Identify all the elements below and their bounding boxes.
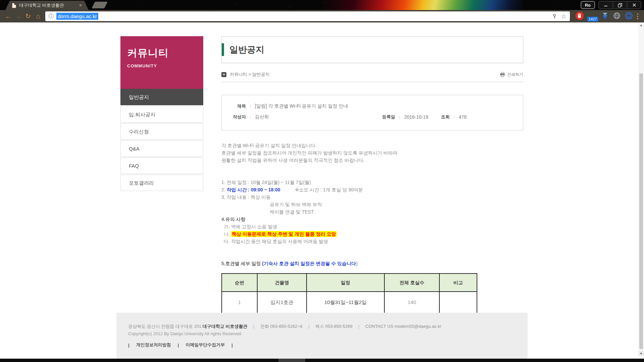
profile-button[interactable]: Ro: [581, 1, 595, 9]
print-label: 인쇄하기: [507, 72, 523, 77]
scroll-down-icon[interactable]: ▼: [638, 351, 644, 356]
privacy-policy-link[interactable]: 개인정보처리방침: [136, 342, 171, 348]
schedule-change-note: 기숙사 호관 설치 일정은 변경될 수 있습니다: [264, 261, 356, 266]
sidebar-title: 커뮤니티: [127, 46, 203, 60]
restore-button[interactable]: [613, 1, 627, 9]
wallpaper-rainbow: [322, 0, 523, 10]
col-remarks: 비고: [439, 274, 477, 292]
main-clip: 커뮤니티 COMMUNITY 일반공지 입.퇴사공지 수리신청 Q&A FAQ …: [0, 22, 644, 313]
sidebar-item-movein-notice[interactable]: 입.퇴사공지: [120, 106, 203, 123]
sidebar-item-qna[interactable]: Q&A: [120, 140, 203, 157]
footer-links: | 개인정보처리방침 | 이메일무단수집거부 |: [128, 342, 528, 348]
body-intro-1: 각 호관별 Wi-Fi 공유기 설치 일정 안내입니다.: [221, 142, 523, 149]
bookmark-star-icon[interactable]: ☆: [561, 13, 567, 20]
close-icon: [632, 3, 636, 7]
body-item-4-title: 4.유의 사항: [221, 216, 523, 223]
body-item-4a: 가. 벽에 고정시 소음 발생: [221, 223, 523, 230]
work-hours-highlight: 작업 시간 : 09:00 ~ 18:00: [227, 187, 280, 192]
home-button[interactable]: ⌂: [33, 10, 43, 22]
back-button[interactable]: ←: [3, 10, 13, 22]
adblock-extension-icon[interactable]: [575, 11, 584, 21]
subject-label: 제목: [231, 103, 246, 109]
body-intro-3: 원활한 설치 작업을 위하여 사생 여러분들의 적극적인 협조 바랍니다.: [221, 157, 523, 164]
browser-toolbar: ← → ↻ ⌂ ⓘ dorm.daegu.ac.kr ☆ 1427: [0, 10, 644, 22]
body-item-4b: 나. 책상 이동문제로 책상 주변 및 개인 물품 정리 요망: [221, 230, 523, 238]
footer-tel: 전화 053-850-5262~8: [260, 324, 302, 329]
notice-subject: [알림] 각 호관별 Wi-Fi 공유기 설치 일정 안내: [255, 103, 348, 109]
date-label: 등록일: [382, 114, 395, 120]
yellow-highlight-warning: 책상 이동문제로 책상 주변 및 개인 물품 정리 요망: [231, 231, 337, 237]
body-item-4c: 다. 작업시간 동안 해당 호실의 사용에 어려움 발생: [221, 238, 523, 245]
body-item-2: 2. 작업 시간 : 09:00 ~ 18:00※소요 시간 : 1개 호실 당…: [221, 186, 523, 193]
scrollbar-thumb[interactable]: [639, 73, 643, 349]
close-button[interactable]: [627, 1, 641, 9]
notice-meta-box: 제목 | [알림] 각 호관별 Wi-Fi 공유기 설치 일정 안내 작성자 |…: [221, 95, 523, 130]
author-label: 작성자: [231, 114, 246, 120]
sidebar: 커뮤니티 COMMUNITY 일반공지 입.퇴사공지 수리신청 Q&A FAQ …: [120, 36, 203, 313]
schedule-table: 순번 건물명 일정 전체 호실수 비고 1 입지1호관 10월31일~11월2일…: [221, 273, 477, 313]
body-item-1: 1. 전체 일정 : 10월 24일(월) ~ 11월 7일(월): [221, 179, 523, 186]
col-building: 건물명: [257, 274, 307, 292]
footer-contact-label: CONTACT US: [365, 324, 393, 329]
breadcrumb-row: H 커뮤니티 > 일반공지 인쇄하기: [221, 71, 523, 82]
minimize-icon: [604, 3, 608, 7]
breadcrumb-home-icon[interactable]: H: [221, 72, 226, 77]
sidebar-header: 커뮤니티 COMMUNITY: [120, 36, 203, 89]
reload-button[interactable]: ↻: [23, 10, 33, 22]
sidebar-item-photo-gallery[interactable]: 포토갤러리: [120, 175, 203, 191]
body-item-3: 3. 작업 내용 : 책상 이동: [221, 193, 523, 201]
browser-titlebar: 대구대학교 비호생활관 × Ro: [0, 0, 644, 10]
page-viewport: 커뮤니티 COMMUNITY 일반공지 입.퇴사공지 수리신청 Q&A FAQ …: [0, 22, 644, 362]
print-button[interactable]: 인쇄하기: [500, 72, 523, 77]
page-title: 일반공지: [229, 44, 264, 56]
printer-icon: [500, 72, 505, 77]
address-bar[interactable]: ⓘ dorm.daegu.ac.kr ☆: [45, 11, 570, 21]
swirl-extension-icon[interactable]: [625, 12, 633, 21]
browser-tab[interactable]: 대구대학교 비호생활관 ×: [5, 1, 89, 10]
scroll-up-icon[interactable]: ▲: [638, 22, 644, 28]
new-tab-button[interactable]: [92, 2, 108, 8]
footer-fax: 팩스 053-850-5269: [315, 324, 353, 329]
title-accent-bar: [222, 43, 224, 56]
footer-email[interactable]: modern55@daegu.ac.kr: [394, 324, 441, 329]
body-intro-2: 호관별 세부 일정을 참조하시어 개인적인 피해가 발생하지 않도록 유념하시기…: [221, 149, 523, 157]
col-room-count: 전체 호실수: [384, 274, 439, 292]
sidebar-subtitle: COMMUNITY: [127, 63, 203, 68]
tab-close-icon[interactable]: ×: [79, 3, 82, 8]
download-extension-icon[interactable]: [601, 12, 609, 21]
taskbar-strip: [0, 359, 644, 362]
footer-copyright: Copyright(c) 2012 By Daegu University Al…: [128, 331, 528, 336]
window-controls: [598, 1, 641, 9]
col-schedule: 일정: [307, 274, 384, 292]
globe-extension-icon[interactable]: [613, 12, 621, 21]
sidebar-item-general-notice[interactable]: 일반공지: [120, 89, 203, 105]
breadcrumb[interactable]: 커뮤니티 > 일반공지: [230, 71, 270, 77]
table-row: 1 입지1호관 10월31일~11월2일 140: [222, 292, 477, 313]
forward-button[interactable]: →: [13, 10, 23, 22]
minimize-button[interactable]: [599, 1, 613, 9]
col-number: 순번: [222, 274, 257, 292]
extension-badge-count: 1427: [587, 17, 598, 21]
tab-title: 대구대학교 비호생활관: [19, 2, 76, 8]
tab-favicon-page-icon: [12, 3, 16, 8]
notice-date: 2016-10-19: [404, 114, 428, 120]
browser-menu-icon[interactable]: [637, 13, 638, 19]
notice-views: 478: [459, 114, 467, 120]
footer-address: 경상북도 경산시 진량읍 대구대로 201: [128, 324, 201, 329]
page-scrollbar[interactable]: ▲ ▼: [638, 22, 644, 356]
content-area: 일반공지 H 커뮤니티 > 일반공지 인쇄하기 제목 | [알림] 각 호관별 …: [221, 36, 523, 313]
restore-icon: [618, 3, 622, 7]
footer-org-name: 대구대학교 비호생활관: [203, 324, 248, 329]
wallpaper-stars: [1, 1, 1, 1]
notice-body: 각 호관별 Wi-Fi 공유기 설치 일정 안내입니다. 호관별 세부 일정을 …: [221, 142, 523, 313]
sidebar-item-repair-request[interactable]: 수리신청: [120, 123, 203, 140]
body-item-5-title: 5.호관별 세부 일정 (기숙사 호관 설치 일정은 변경될 수 있습니다): [221, 260, 523, 267]
page-info-icon[interactable]: ⓘ: [49, 13, 54, 19]
sidebar-item-faq[interactable]: FAQ: [120, 158, 203, 174]
url-text[interactable]: dorm.daegu.ac.kr: [56, 13, 98, 20]
email-refusal-link[interactable]: 이메일무단수집거부: [185, 342, 225, 348]
site-footer: 경상북도 경산시 진량읍 대구대로 201 대구대학교 비호생활관 | 전화 0…: [116, 313, 528, 359]
password-key-icon[interactable]: [552, 14, 557, 19]
counter-extension-icon[interactable]: 1427: [588, 11, 597, 21]
table-header-row: 순번 건물명 일정 전체 호실수 비고: [222, 274, 477, 292]
